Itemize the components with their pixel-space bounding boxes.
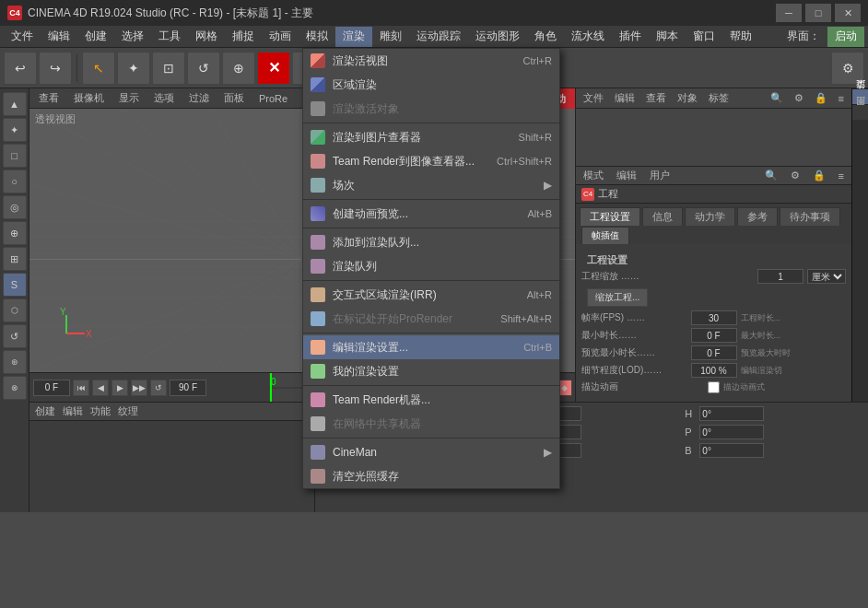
prop-input-lod[interactable] — [691, 363, 737, 378]
objmgr-tag[interactable]: 标签 — [705, 90, 733, 106]
dd-clear-lighting[interactable]: 清空光照缓存 — [303, 464, 559, 488]
toolbar-settings[interactable]: ⚙ — [831, 52, 864, 85]
menu-startup[interactable]: 启动 — [827, 27, 864, 47]
mat-texture[interactable]: 纹理 — [118, 404, 138, 418]
mat-edit[interactable]: 编辑 — [63, 404, 83, 418]
transport-prev-key[interactable]: ⏮ — [73, 380, 89, 396]
sidebar-icon-11[interactable]: ⊗ — [3, 376, 27, 400]
transport-play[interactable]: ▶ — [111, 380, 128, 396]
sidebar-icon-8[interactable]: ⬡ — [3, 298, 27, 322]
sidebar-icon-9[interactable]: ↺ — [3, 324, 27, 348]
close-button[interactable]: ✕ — [835, 4, 861, 22]
toolbar-rotate-tool[interactable]: ↺ — [187, 52, 220, 85]
toolbar-redo[interactable]: ↪ — [39, 52, 72, 85]
dd-scene[interactable]: 场次 ▶ — [303, 173, 559, 197]
attr-subtab-frame-interp[interactable]: 帧插值 — [581, 227, 629, 244]
menu-window[interactable]: 窗口 — [686, 27, 722, 47]
sidebar-icon-2[interactable]: □ — [3, 144, 27, 168]
dd-edit-render-settings[interactable]: 编辑渲染设置... Ctrl+B — [303, 335, 559, 359]
sidebar-icon-5[interactable]: ⊕ — [3, 221, 27, 245]
prop-input-scale[interactable] — [757, 269, 803, 284]
dd-irr[interactable]: 交互式区域渲染(IRR) Alt+R — [303, 283, 559, 307]
mat-function[interactable]: 功能 — [90, 404, 111, 418]
toolbar-scale-tool[interactable]: ⊡ — [152, 52, 185, 85]
objmgr-lock[interactable]: 🔒 — [811, 91, 831, 105]
sidebar-icon-0[interactable]: ▲ — [3, 92, 27, 116]
prop-input-fps[interactable] — [691, 310, 737, 325]
attr-tab-dynamics[interactable]: 动力学 — [685, 207, 735, 226]
menu-render[interactable]: 渲染 — [335, 27, 372, 47]
menu-help[interactable]: 帮助 — [722, 27, 759, 47]
attr-tab-project-settings[interactable]: 工程设置 — [580, 207, 640, 226]
menu-pipeline[interactable]: 流水线 — [564, 27, 612, 47]
dd-team-render-viewer[interactable]: Team Render到图像查看器... Ctrl+Shift+R — [303, 149, 559, 173]
menu-script[interactable]: 脚本 — [649, 27, 686, 47]
menu-motion-track[interactable]: 运动跟踪 — [409, 27, 468, 47]
coord-h-input[interactable] — [699, 406, 764, 421]
attr-tab-info[interactable]: 信息 — [642, 207, 683, 226]
rsidebar-tab-layer[interactable]: 图层 — [852, 104, 868, 120]
viewport-menu-view[interactable]: 查看 — [35, 90, 63, 106]
toolbar-undo[interactable]: ↩ — [4, 52, 37, 85]
objmgr-edit[interactable]: 编辑 — [611, 90, 639, 106]
attr-gear[interactable]: ⚙ — [787, 169, 803, 182]
dd-render-active-view[interactable]: 渲染活视图 Ctrl+R — [303, 49, 559, 73]
sidebar-icon-6[interactable]: ⊞ — [3, 247, 27, 271]
sidebar-icon-3[interactable]: ○ — [3, 170, 27, 193]
menu-edit[interactable]: 编辑 — [41, 27, 77, 47]
dd-render-to-viewer[interactable]: 渲染到图片查看器 Shift+R — [303, 125, 559, 149]
menu-animate[interactable]: 动画 — [262, 27, 299, 47]
menu-mesh[interactable]: 网格 — [188, 27, 225, 47]
transport-next[interactable]: ▶▶ — [131, 380, 147, 396]
objmgr-extra[interactable]: ≡ — [835, 92, 848, 105]
attr-search[interactable]: 🔍 — [761, 169, 781, 182]
prop-input-mintime[interactable] — [691, 328, 737, 343]
attr-tab-todo[interactable]: 待办事项 — [780, 207, 840, 226]
coord-p-input[interactable] — [699, 425, 764, 439]
menu-plugin[interactable]: 插件 — [612, 27, 649, 47]
menu-tools[interactable]: 工具 — [151, 27, 188, 47]
current-frame-input[interactable] — [33, 380, 70, 396]
sidebar-icon-s[interactable]: S — [3, 273, 27, 297]
attr-tab-reference[interactable]: 参考 — [737, 207, 778, 226]
sidebar-icon-4[interactable]: ◎ — [3, 195, 27, 219]
toolbar-transform-tool[interactable]: ⊕ — [222, 52, 255, 85]
dd-create-anim-preview[interactable]: 创建动画预览... Alt+B — [303, 202, 559, 226]
dd-add-to-queue[interactable]: 添加到渲染队列... — [303, 230, 559, 254]
prop-check-stroke[interactable] — [708, 381, 720, 393]
rsidebar-tab-render[interactable]: 渲染 — [852, 88, 868, 104]
mat-create[interactable]: 创建 — [35, 404, 55, 418]
dd-my-render-settings[interactable]: ✓ 我的渲染设置 — [303, 359, 559, 383]
sidebar-icon-10[interactable]: ⊛ — [3, 350, 27, 374]
dd-team-machine[interactable]: Team Render机器... — [303, 388, 559, 412]
objmgr-search[interactable]: 🔍 — [767, 91, 787, 105]
menu-interface[interactable]: 界面： — [780, 27, 827, 47]
menu-motion-graph[interactable]: 运动图形 — [468, 27, 527, 47]
minimize-button[interactable]: ─ — [776, 4, 802, 22]
objmgr-file[interactable]: 文件 — [580, 90, 607, 106]
objmgr-view[interactable]: 查看 — [642, 90, 670, 106]
attr-edit-btn[interactable]: 编辑 — [613, 168, 640, 183]
menu-select[interactable]: 选择 — [114, 27, 151, 47]
viewport-menu-filter[interactable]: 过滤 — [185, 90, 213, 106]
attr-user-btn[interactable]: 用户 — [646, 168, 674, 183]
attr-mode-btn[interactable]: 模式 — [580, 168, 607, 183]
end-frame-input[interactable] — [170, 380, 206, 396]
transport-loop[interactable]: ↺ — [150, 380, 167, 396]
menu-simulate[interactable]: 模拟 — [299, 27, 335, 47]
viewport-menu-display[interactable]: 显示 — [115, 90, 143, 106]
menu-character[interactable]: 角色 — [527, 27, 564, 47]
transport-prev[interactable]: ◀ — [92, 380, 109, 396]
viewport-menu-options[interactable]: 选项 — [150, 90, 178, 106]
coord-b-input[interactable] — [699, 443, 764, 458]
menu-capture[interactable]: 捕捉 — [225, 27, 262, 47]
objmgr-object[interactable]: 对象 — [674, 90, 701, 106]
toolbar-render-active[interactable]: ✕ — [257, 52, 290, 85]
sidebar-icon-1[interactable]: ✦ — [3, 118, 27, 142]
viewport-menu-panel[interactable]: 面板 — [220, 90, 248, 106]
menu-create[interactable]: 创建 — [77, 27, 114, 47]
viewport-menu-camera[interactable]: 摄像机 — [70, 90, 108, 106]
menu-file[interactable]: 文件 — [4, 27, 41, 47]
prop-select-unit[interactable]: 厘米 — [807, 269, 846, 284]
scale-project-button[interactable]: 缩放工程... — [587, 288, 648, 307]
